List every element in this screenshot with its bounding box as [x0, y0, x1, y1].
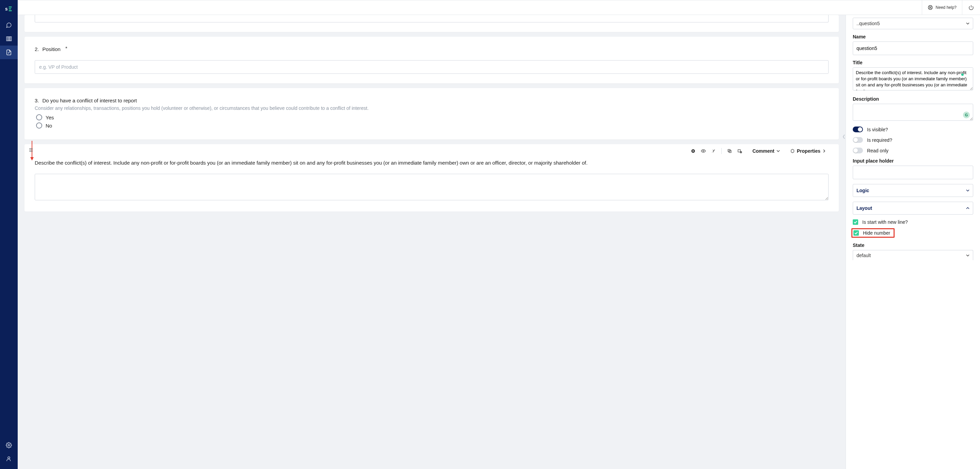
question-description: Consider any relationships, transactions… — [35, 105, 829, 111]
delete-icon[interactable] — [688, 149, 698, 153]
hide-number-label: Hide number — [863, 230, 890, 236]
drag-handle-icon[interactable] — [29, 148, 33, 153]
question-title: Do you have a conflict of interest to re… — [43, 98, 137, 103]
svg-point-5 — [8, 457, 10, 459]
chevron-down-icon — [966, 22, 969, 25]
radio-icon — [36, 114, 42, 121]
title-label: Title — [853, 60, 973, 65]
chevron-right-icon — [822, 149, 826, 153]
properties-label: Properties — [797, 148, 821, 154]
svg-rect-20 — [738, 149, 740, 152]
layout-section[interactable]: Layout — [853, 202, 973, 215]
nav-messages-icon[interactable] — [0, 18, 18, 32]
description-textarea[interactable] — [853, 104, 973, 121]
comment-type-dropdown[interactable]: Comment — [745, 148, 788, 154]
radio-option-yes[interactable]: Yes — [36, 114, 829, 121]
breadcrumb-text: ..question5 — [856, 21, 880, 26]
question-toolbar: Y Comment Properties — [35, 144, 829, 156]
radio-label: Yes — [46, 114, 54, 121]
svg-rect-1 — [6, 37, 8, 41]
state-dropdown[interactable]: default — [853, 250, 973, 260]
name-label: Name — [853, 34, 973, 40]
comment-textarea[interactable] — [35, 174, 829, 200]
breadcrumb-dropdown[interactable]: ..question5 — [853, 17, 973, 29]
panel-splitter-icon[interactable]: ❮❯ — [842, 134, 846, 139]
state-label: State — [853, 243, 973, 248]
radio-label: No — [46, 123, 52, 129]
question-number: 2. — [35, 46, 39, 52]
required-label: Is required? — [867, 137, 892, 143]
visible-toggle[interactable] — [853, 127, 863, 132]
question-number: 3. — [35, 98, 39, 103]
svg-point-15 — [703, 150, 704, 152]
required-toggle-icon[interactable]: Y — [708, 149, 719, 153]
position-input[interactable] — [35, 60, 829, 74]
grammarly-icon — [963, 111, 970, 118]
nav-library-icon[interactable] — [0, 32, 18, 46]
readonly-toggle[interactable] — [853, 148, 863, 153]
layout-label: Layout — [856, 205, 872, 211]
grammarly-indicator-icon — [961, 73, 964, 76]
start-newline-label: Is start with new line? — [862, 219, 908, 225]
placeholder-label: Input place holder — [853, 158, 973, 164]
name-input[interactable] — [853, 41, 973, 55]
help-button[interactable]: Need help? — [922, 0, 962, 14]
checkbox-checked-icon — [853, 230, 859, 236]
properties-panel: ..question5 Name Title Description Is vi… — [846, 15, 980, 469]
topbar: Need help? — [18, 0, 980, 15]
svg-point-4 — [8, 445, 10, 446]
question-card-2[interactable]: 2. Position * — [24, 37, 839, 83]
svg-point-7 — [930, 7, 931, 8]
brand-logo: s — [0, 3, 18, 15]
nav-settings-icon[interactable] — [0, 439, 18, 452]
chevron-down-icon — [966, 189, 969, 192]
hide-number-highlight: Hide number — [851, 228, 894, 238]
chevron-up-icon — [966, 207, 969, 210]
question-title: Position — [43, 46, 60, 52]
chevron-down-icon — [966, 254, 969, 257]
question-card-3[interactable]: 3. Do you have a conflict of interest to… — [24, 88, 839, 140]
radio-icon — [36, 122, 42, 129]
description-label: Description — [853, 96, 973, 102]
logic-label: Logic — [856, 188, 869, 193]
visibility-icon[interactable] — [698, 149, 708, 153]
question-text: Describe the conflict(s) of interest. In… — [35, 159, 829, 167]
readonly-label: Read only — [867, 148, 888, 153]
question-card-1[interactable] — [24, 15, 839, 32]
hide-number-checkbox-row[interactable]: Hide number — [853, 230, 890, 236]
copy-icon[interactable] — [724, 149, 735, 153]
visible-label: Is visible? — [867, 127, 888, 132]
form-canvas: 2. Position * 3. Do you have a conflict … — [18, 15, 846, 469]
add-to-toolbox-icon[interactable] — [735, 149, 745, 153]
placeholder-input[interactable] — [853, 165, 973, 179]
svg-text:s: s — [5, 6, 8, 11]
state-value: default — [856, 253, 871, 258]
required-toggle[interactable] — [853, 137, 863, 143]
nav-form-builder-icon[interactable] — [0, 46, 18, 59]
svg-marker-10 — [30, 157, 34, 161]
checkbox-checked-icon — [853, 219, 858, 225]
svg-rect-3 — [10, 37, 11, 41]
required-star: * — [65, 45, 67, 51]
title-textarea[interactable] — [853, 67, 973, 91]
start-newline-checkbox-row[interactable]: Is start with new line? — [853, 219, 973, 225]
help-label: Need help? — [936, 5, 956, 10]
chevron-down-icon — [776, 149, 780, 153]
properties-button[interactable]: Properties — [788, 148, 829, 154]
question-card-selected[interactable]: Y Comment Properties — [24, 144, 839, 211]
logic-section[interactable]: Logic — [853, 184, 973, 197]
left-nav: s — [0, 0, 18, 469]
power-button[interactable] — [962, 0, 980, 14]
radio-option-no[interactable]: No — [36, 122, 829, 129]
svg-rect-2 — [8, 37, 10, 41]
input-type-label: Comment — [752, 148, 775, 154]
nav-profile-icon[interactable] — [0, 452, 18, 466]
